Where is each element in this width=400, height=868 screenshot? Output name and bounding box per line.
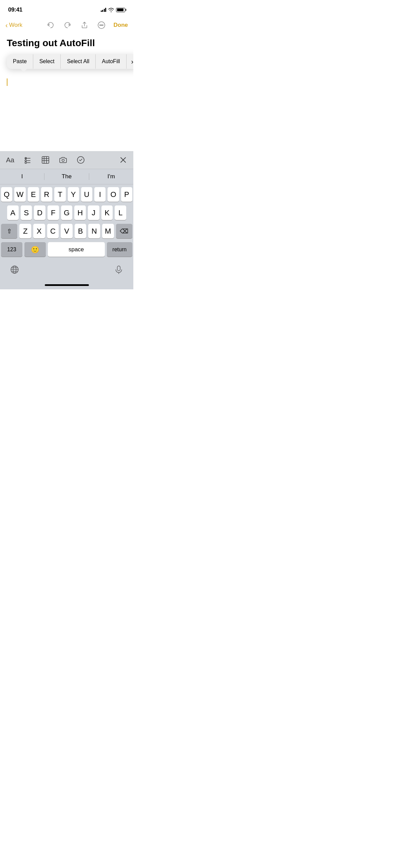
- back-label: Work: [9, 22, 22, 29]
- status-icons: [101, 8, 126, 12]
- svg-point-1: [99, 25, 100, 25]
- more-icon: [97, 21, 106, 29]
- battery-icon: [116, 8, 125, 12]
- svg-rect-10: [42, 157, 49, 163]
- key-o[interactable]: O: [108, 187, 119, 202]
- share-button[interactable]: [80, 20, 89, 30]
- key-w[interactable]: W: [14, 187, 25, 202]
- key-a[interactable]: A: [7, 205, 19, 220]
- camera-icon: [59, 156, 67, 164]
- svg-point-3: [102, 25, 103, 25]
- key-j[interactable]: J: [88, 205, 99, 220]
- undo-icon: [46, 21, 55, 29]
- key-y[interactable]: Y: [68, 187, 79, 202]
- toolbar-icons: Aa: [5, 155, 85, 165]
- key-row-4: 123 🙂 space return: [1, 242, 132, 257]
- emoji-key[interactable]: 🙂: [24, 242, 46, 257]
- status-time: 09:41: [8, 6, 22, 13]
- status-bar: 09:41: [0, 0, 133, 17]
- back-chevron-icon: ‹: [5, 21, 8, 29]
- key-x[interactable]: X: [33, 224, 45, 238]
- return-key[interactable]: return: [107, 242, 132, 257]
- shift-key[interactable]: ⇧: [1, 224, 17, 238]
- checklist-button[interactable]: [23, 155, 33, 165]
- key-u[interactable]: U: [81, 187, 92, 202]
- navigation-bar: ‹ Work: [0, 17, 133, 35]
- predictive-item-3[interactable]: I'm: [89, 173, 133, 181]
- context-menu: Paste Select Select All AutoFill ›: [7, 54, 133, 69]
- svg-rect-24: [117, 266, 120, 271]
- nav-actions: Done: [46, 20, 128, 30]
- space-key[interactable]: space: [48, 242, 105, 257]
- key-z[interactable]: Z: [19, 224, 31, 238]
- key-i[interactable]: I: [94, 187, 106, 202]
- key-t[interactable]: T: [54, 187, 65, 202]
- home-indicator-bar: [0, 282, 133, 289]
- more-menu-item[interactable]: ›: [127, 54, 133, 69]
- checklist-icon: [24, 156, 32, 164]
- table-icon: [41, 156, 50, 164]
- predictive-item-2[interactable]: The: [44, 173, 89, 181]
- key-g[interactable]: G: [61, 205, 73, 220]
- markup-button[interactable]: [76, 155, 85, 165]
- predictive-item-1[interactable]: I: [0, 173, 44, 181]
- keyboard-close-button[interactable]: [118, 155, 128, 165]
- key-row-1: Q W E R T Y U I O P: [1, 187, 132, 202]
- predictive-bar: I The I'm: [0, 169, 133, 184]
- key-m[interactable]: M: [102, 224, 114, 238]
- microphone-button[interactable]: [114, 265, 123, 276]
- autofill-menu-item[interactable]: AutoFill: [96, 54, 126, 69]
- key-c[interactable]: C: [47, 224, 59, 238]
- redo-icon: [63, 21, 72, 29]
- text-cursor: [7, 78, 7, 86]
- markup-icon: [77, 156, 85, 164]
- home-indicator: [45, 284, 89, 286]
- redo-button[interactable]: [63, 20, 72, 30]
- svg-point-15: [62, 159, 64, 162]
- globe-button[interactable]: [10, 265, 19, 276]
- camera-button[interactable]: [58, 155, 68, 165]
- microphone-icon: [114, 265, 123, 274]
- key-row-2: A S D F G H J K L: [1, 205, 132, 220]
- context-menu-wrapper: Paste Select Select All AutoFill ›: [0, 54, 133, 69]
- key-d[interactable]: D: [34, 205, 45, 220]
- done-button[interactable]: Done: [114, 22, 128, 29]
- key-e[interactable]: E: [28, 187, 39, 202]
- undo-button[interactable]: [46, 20, 55, 30]
- key-r[interactable]: R: [41, 187, 52, 202]
- select-all-menu-item[interactable]: Select All: [61, 54, 96, 69]
- numbers-key[interactable]: 123: [1, 242, 22, 257]
- signal-icon: [101, 8, 107, 12]
- bottom-bar: [0, 262, 133, 282]
- key-s[interactable]: S: [21, 205, 32, 220]
- key-n[interactable]: N: [88, 224, 100, 238]
- key-l[interactable]: L: [115, 205, 126, 220]
- share-icon: [80, 21, 89, 29]
- more-button[interactable]: [97, 20, 106, 30]
- format-button[interactable]: Aa: [5, 155, 15, 165]
- delete-key[interactable]: ⌫: [116, 224, 132, 238]
- key-b[interactable]: B: [75, 224, 87, 238]
- table-button[interactable]: [41, 155, 50, 165]
- globe-icon: [10, 265, 19, 274]
- keyboard: Q W E R T Y U I O P A S D F G H J K L ⇧ …: [0, 184, 133, 262]
- key-row-3: ⇧ Z X C V B N M ⌫: [1, 224, 132, 238]
- close-icon: [119, 156, 127, 164]
- note-body[interactable]: [0, 77, 133, 87]
- keyboard-section: Aa: [0, 151, 133, 289]
- key-p[interactable]: P: [121, 187, 132, 202]
- svg-point-6: [25, 160, 27, 162]
- keyboard-toolbar: Aa: [0, 151, 133, 169]
- svg-point-2: [101, 25, 101, 25]
- key-q[interactable]: Q: [1, 187, 12, 202]
- note-title: Testing out AutoFill: [0, 35, 133, 54]
- key-v[interactable]: V: [61, 224, 73, 238]
- key-f[interactable]: F: [47, 205, 59, 220]
- svg-point-8: [25, 162, 27, 164]
- back-button[interactable]: ‹ Work: [5, 21, 22, 29]
- paste-menu-item[interactable]: Paste: [7, 54, 33, 69]
- key-k[interactable]: K: [101, 205, 113, 220]
- wifi-icon: [108, 8, 114, 12]
- key-h[interactable]: H: [74, 205, 86, 220]
- select-menu-item[interactable]: Select: [33, 54, 61, 69]
